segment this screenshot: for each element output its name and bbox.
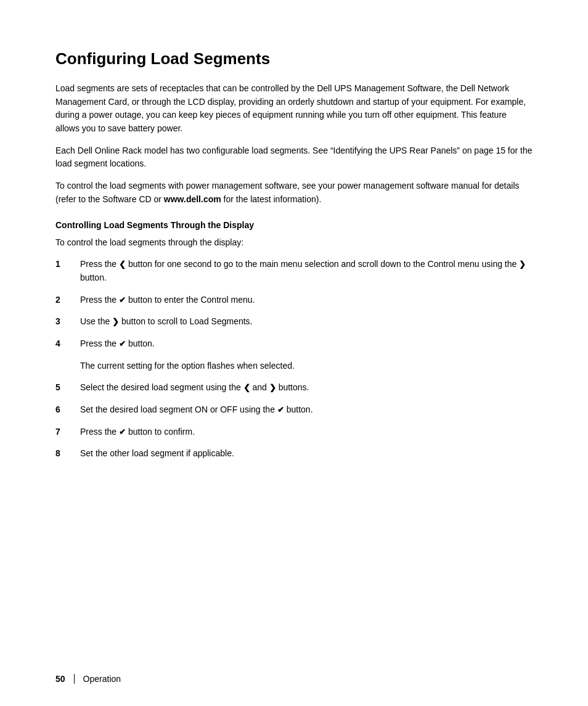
step-5: 5 Select the desired load segment using … (55, 381, 533, 395)
step-content-4: Press the ✔ button. (80, 337, 533, 351)
step-num-2: 2 (55, 293, 80, 307)
steps-list: 1 Press the ❮ button for one second to g… (55, 258, 533, 350)
step-num-6: 6 (55, 403, 80, 417)
section-intro: To control the load segments through the… (55, 236, 533, 250)
check-icon-4: ✔ (119, 338, 126, 350)
step-8: 8 Set the other load segment if applicab… (55, 447, 533, 461)
left-arrow-icon-1: ❮ (119, 258, 126, 271)
section-title: Controlling Load Segments Through the Di… (55, 220, 533, 230)
step-7: 7 Press the ✔ button to confirm. (55, 425, 533, 439)
step-4-subnote: The current setting for the option flash… (55, 359, 533, 373)
intro-para-2: Each Dell Online Rack model has two conf… (55, 144, 533, 171)
step-num-4: 4 (55, 337, 80, 351)
check-icon-7: ✔ (119, 426, 126, 438)
step-content-5: Select the desired load segment using th… (80, 381, 533, 395)
right-arrow-icon-5: ❯ (269, 382, 276, 394)
step-2: 2 Press the ✔ button to enter the Contro… (55, 293, 533, 307)
step-num-7: 7 (55, 425, 80, 439)
page-title: Configuring Load Segments (55, 49, 533, 68)
left-arrow-icon-5: ❮ (243, 382, 250, 394)
step-3: 3 Use the ❯ button to scroll to Load Seg… (55, 315, 533, 329)
step-content-1: Press the ❮ button for one second to go … (80, 258, 533, 284)
step-1: 1 Press the ❮ button for one second to g… (55, 258, 533, 284)
page-footer: 50 Operation (55, 674, 533, 684)
check-icon-6: ✔ (277, 404, 284, 416)
right-arrow-icon-3: ❯ (112, 316, 119, 328)
intro-para-3: To control the load segments with power … (55, 179, 533, 206)
step-6: 6 Set the desired load segment ON or OFF… (55, 403, 533, 417)
step-content-3: Use the ❯ button to scroll to Load Segme… (80, 315, 533, 329)
step-num-1: 1 (55, 258, 80, 271)
step-num-5: 5 (55, 381, 80, 395)
right-arrow-icon-1: ❯ (519, 258, 526, 271)
step-content-7: Press the ✔ button to confirm. (80, 425, 533, 439)
page: Configuring Load Segments Load segments … (0, 0, 588, 706)
intro-para-1: Load segments are sets of receptacles th… (55, 82, 533, 136)
footer-section-label: Operation (83, 674, 121, 684)
step-num-3: 3 (55, 315, 80, 329)
step-content-2: Press the ✔ button to enter the Control … (80, 293, 533, 307)
footer-divider (74, 674, 75, 684)
step-4: 4 Press the ✔ button. (55, 337, 533, 351)
footer-page-number: 50 (55, 674, 65, 684)
step-num-8: 8 (55, 447, 80, 461)
steps-list-2: 5 Select the desired load segment using … (55, 381, 533, 461)
step-content-8: Set the other load segment if applicable… (80, 447, 533, 461)
check-icon-2: ✔ (119, 294, 126, 306)
step-content-6: Set the desired load segment ON or OFF u… (80, 403, 533, 417)
